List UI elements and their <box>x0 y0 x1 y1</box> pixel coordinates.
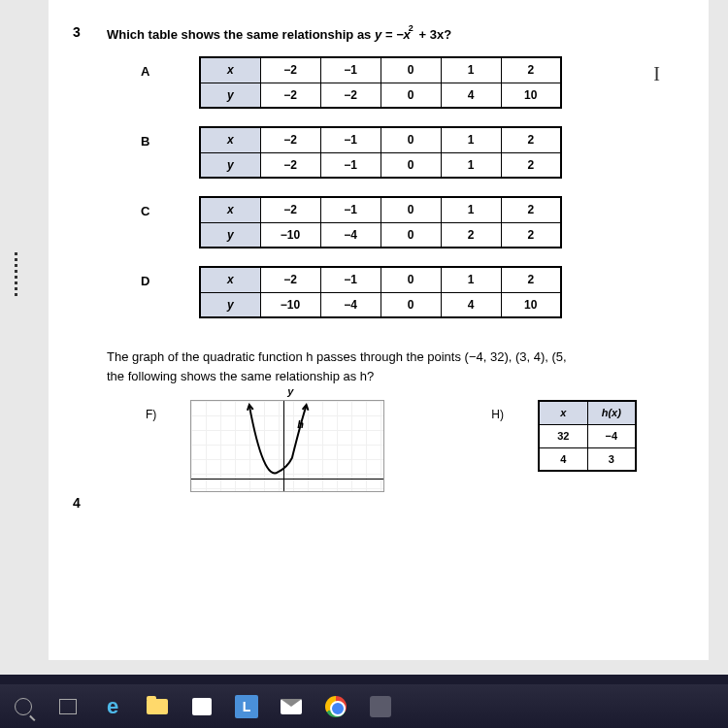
task-view-icon[interactable] <box>54 693 82 720</box>
row-header: x <box>200 197 260 222</box>
row-header: y <box>200 222 260 248</box>
cell: 0 <box>381 83 441 108</box>
table-row: x h(x) <box>539 401 636 424</box>
q4-options: F) y h <box>146 400 694 492</box>
option-b-table: x −2 −1 0 1 2 y −2 −1 0 1 2 <box>199 126 562 179</box>
table-row: y −10 −4 0 2 2 <box>200 222 561 248</box>
option-f[interactable]: F) y h <box>146 400 384 492</box>
row-header: y <box>200 292 260 317</box>
cell: 1 <box>441 152 501 178</box>
q4-section: 4 The graph of the quadratic function h … <box>63 347 694 492</box>
cell: −1 <box>320 267 381 292</box>
file-explorer-icon[interactable] <box>144 693 171 720</box>
cell: 0 <box>381 222 441 248</box>
cell: −4 <box>320 292 381 317</box>
table-row: y −2 −2 0 4 10 <box>200 83 561 108</box>
option-a-label: A <box>141 56 199 79</box>
cell: 4 <box>441 83 501 108</box>
col-header: h(x) <box>587 401 636 424</box>
col-header: x <box>539 401 587 424</box>
q3-suffix: + 3x? <box>415 27 451 42</box>
cell: 1 <box>441 127 501 152</box>
cell: 2 <box>501 152 561 178</box>
option-c-label: C <box>141 196 199 218</box>
option-a-table: x −2 −1 0 1 2 y −2 −2 0 4 10 <box>199 56 562 109</box>
cell: −10 <box>260 222 320 248</box>
cell: −4 <box>587 424 636 447</box>
row-header: y <box>200 152 260 178</box>
cell: −1 <box>320 127 381 152</box>
binder-marks <box>15 252 34 299</box>
cell: 2 <box>501 222 561 248</box>
row-header: x <box>200 57 260 83</box>
cell: 2 <box>501 57 561 83</box>
page-content: I 3 Which table shows the same relations… <box>49 0 709 660</box>
cell: 0 <box>381 292 441 317</box>
document-screen: I 3 Which table shows the same relations… <box>0 0 728 675</box>
cell: 1 <box>441 197 501 222</box>
cell: −2 <box>260 197 320 222</box>
cell: 2 <box>501 197 561 222</box>
cell: 1 <box>441 267 501 292</box>
store-icon[interactable] <box>188 693 215 720</box>
chrome-icon[interactable] <box>322 693 349 720</box>
option-a-row[interactable]: A x −2 −1 0 1 2 y −2 −2 0 4 10 <box>141 56 694 109</box>
game-icon[interactable] <box>367 693 394 720</box>
q3-prefix: Which table shows the same relationship … <box>107 27 375 42</box>
cell: −2 <box>260 152 320 178</box>
cell: −2 <box>320 83 381 108</box>
edge-icon[interactable]: e <box>99 693 126 720</box>
cell: 32 <box>539 424 587 447</box>
cell: −4 <box>320 222 381 248</box>
option-d-row[interactable]: D x −2 −1 0 1 2 y −10 −4 0 4 10 <box>141 266 694 318</box>
cell: 10 <box>501 83 561 108</box>
q3-exponent: 2 <box>409 23 414 33</box>
option-c-row[interactable]: C x −2 −1 0 1 2 y −10 −4 0 2 2 <box>141 196 694 248</box>
cell: 2 <box>501 267 561 292</box>
row-header: y <box>200 83 260 108</box>
table-row: y −2 −1 0 1 2 <box>200 152 561 178</box>
row-header: x <box>200 267 260 292</box>
cell: −2 <box>260 57 320 83</box>
cell: −2 <box>260 267 320 292</box>
cell: 10 <box>501 292 561 317</box>
cell: 2 <box>501 127 561 152</box>
mail-icon[interactable] <box>278 693 305 720</box>
app-l-icon[interactable]: L <box>233 693 260 720</box>
table-row: 4 3 <box>539 447 636 471</box>
cell: 0 <box>381 197 441 222</box>
table-row: x −2 −1 0 1 2 <box>200 197 561 222</box>
cell: −1 <box>320 152 381 178</box>
parabola-curve <box>191 401 383 491</box>
option-c-table: x −2 −1 0 1 2 y −10 −4 0 2 2 <box>199 196 562 248</box>
table-row: x −2 −1 0 1 2 <box>200 127 561 152</box>
q4-text-line1: The graph of the quadratic function h pa… <box>107 347 694 367</box>
option-h[interactable]: H) x h(x) 32 −4 4 3 <box>491 400 637 492</box>
windows-taskbar[interactable]: e L <box>0 684 728 728</box>
cell: 2 <box>441 222 501 248</box>
cell: −10 <box>260 292 320 317</box>
table-row: 32 −4 <box>539 424 636 447</box>
cell: 0 <box>381 267 441 292</box>
cell: 1 <box>441 57 501 83</box>
graph-f: h <box>190 400 384 492</box>
text-cursor: I <box>653 63 660 85</box>
option-d-table: x −2 −1 0 1 2 y −10 −4 0 4 10 <box>199 266 562 318</box>
option-h-table: x h(x) 32 −4 4 3 <box>538 400 637 472</box>
cell: −1 <box>320 197 381 222</box>
cell: 4 <box>441 292 501 317</box>
option-f-label: F) <box>146 400 156 421</box>
table-row: x −2 −1 0 1 2 <box>200 57 561 83</box>
q4-text-line2: the following shows the same relationshi… <box>107 367 694 386</box>
option-b-row[interactable]: B x −2 −1 0 1 2 y −2 −1 0 1 2 <box>141 126 694 179</box>
q3-equation: y = −x <box>375 27 411 42</box>
cell: 0 <box>381 127 441 152</box>
cell: 3 <box>587 447 636 471</box>
search-icon[interactable] <box>10 693 37 720</box>
y-axis-label: y <box>287 385 293 397</box>
cell: −2 <box>260 127 320 152</box>
row-header: x <box>200 127 260 152</box>
option-d-label: D <box>141 266 199 288</box>
q3-number: 3 <box>73 24 81 40</box>
table-row: y −10 −4 0 4 10 <box>200 292 561 317</box>
